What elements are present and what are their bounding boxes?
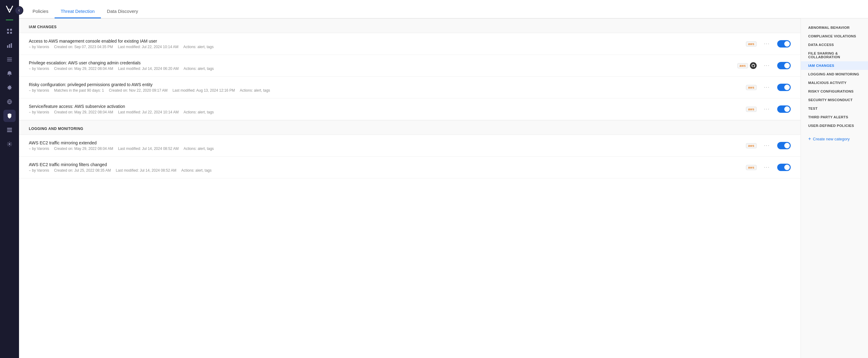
policy-actions: Actions: alert, tags (181, 168, 212, 172)
right-sidebar-item-risky-configurations[interactable]: RISKY CONFIGURATIONS (801, 87, 868, 96)
policy-created: Created on: Jul 25, 2022 08:35 AM (54, 168, 111, 172)
policy-more-button[interactable]: ··· (762, 105, 772, 113)
right-sidebar-item-iam-changes[interactable]: IAM CHANGES (801, 61, 868, 70)
policy-info: Privilege escalation: AWS user changing … (29, 60, 733, 71)
right-sidebar-item-abnormal-behavior[interactable]: ABNORMAL BEHAVIOR (801, 23, 868, 32)
policy-info: Service/feature access: AWS subservice a… (29, 104, 741, 114)
svg-rect-13 (7, 130, 12, 131)
sidebar-item-data[interactable] (3, 124, 16, 136)
policy-actions: Actions: alert, tags (240, 88, 270, 93)
aws-badge: aws (746, 143, 756, 148)
right-sidebar: ABNORMAL BEHAVIORCOMPLIANCE VIOLATIONSDA… (801, 19, 868, 358)
aws-badge: aws (746, 107, 756, 112)
svg-point-15 (8, 143, 10, 145)
policy-actions: Actions: alert, tags (183, 110, 214, 114)
policy-more-button[interactable]: ··· (762, 84, 772, 91)
policy-created: Created on: May 29, 2022 08:04 AM (54, 147, 113, 151)
policy-created: Created on: May 29, 2022 08:04 AM (54, 110, 113, 114)
policy-modified: Last modified: Jul 14, 2024 08:52 AM (116, 168, 176, 172)
right-sidebar-item-logging-monitoring[interactable]: LOGGING AND MONITORING (801, 70, 868, 78)
right-sidebar-item-security-misconduct[interactable]: SECURITY MISCONDUCT (801, 96, 868, 104)
policy-meta: ⌁ by VaronisCreated on: Sep 07, 2023 04:… (29, 45, 741, 49)
policy-info: Risky configuration: privileged permissi… (29, 82, 741, 93)
policy-author: ⌁ by Varonis (29, 88, 49, 93)
right-sidebar-item-data-access[interactable]: DATA ACCESS (801, 40, 868, 49)
sidebar-toggle[interactable] (15, 6, 23, 15)
create-category-button[interactable]: +Create new category (801, 132, 868, 145)
sidebar-item-network[interactable] (3, 96, 16, 108)
policy-item: AWS EC2 traffic mirroring filters change… (19, 157, 801, 178)
policy-toggle[interactable] (777, 84, 791, 91)
sidebar-item-dashboard[interactable] (3, 25, 16, 37)
svg-rect-2 (7, 32, 9, 34)
policy-created: Created on: May 29, 2022 08:04 AM (54, 66, 113, 71)
right-sidebar-item-file-sharing-collaboration[interactable]: FILE SHARING & COLLABORATION (801, 49, 868, 61)
right-sidebar-item-user-defined-policies[interactable]: USER-DEFINED POLICIES (801, 121, 868, 130)
policy-more-button[interactable]: ··· (762, 141, 772, 150)
policy-item: Privilege escalation: AWS user changing … (19, 55, 801, 77)
sidebar-item-integrations[interactable] (3, 138, 16, 150)
policy-author: ⌁ by Varonis (29, 66, 49, 71)
policy-info: Access to AWS management console enabled… (29, 39, 741, 49)
policy-actions: Actions: alert, tags (183, 147, 214, 151)
policy-toggle[interactable] (777, 142, 791, 149)
policy-more-button[interactable]: ··· (762, 40, 772, 48)
sidebar-item-shield[interactable] (3, 110, 16, 122)
policy-created: Created on: Sep 07, 2023 04:35 PM (54, 45, 113, 49)
right-sidebar-item-malicious-activity[interactable]: MALICIOUS ACTIVITY (801, 78, 868, 87)
policy-more-button[interactable]: ··· (762, 62, 772, 70)
policy-item: Risky configuration: privileged permissi… (19, 77, 801, 98)
policy-badges: aws (746, 41, 756, 46)
policy-author: ⌁ by Varonis (29, 45, 49, 49)
right-sidebar-item-third-party-alerts[interactable]: THIRD PARTY ALERTS (801, 113, 868, 121)
policy-meta: ⌁ by VaronisCreated on: May 29, 2022 08:… (29, 110, 741, 114)
svg-rect-0 (7, 29, 9, 31)
svg-rect-14 (7, 131, 12, 132)
policy-name: AWS EC2 traffic mirroring extended (29, 140, 741, 145)
policy-name: AWS EC2 traffic mirroring filters change… (29, 162, 741, 167)
policy-list: IAM CHANGESAccess to AWS management cons… (19, 19, 801, 358)
policy-more-button[interactable]: ··· (762, 163, 772, 171)
policy-info: AWS EC2 traffic mirroring extended⌁ by V… (29, 140, 741, 151)
sidebar-item-bell[interactable] (3, 67, 16, 80)
policy-item: AWS EC2 traffic mirroring extended⌁ by V… (19, 135, 801, 157)
aws-badge: aws (746, 165, 756, 170)
category-section-iam-changes: IAM CHANGESAccess to AWS management cons… (19, 19, 801, 120)
policy-item: Service/feature access: AWS subservice a… (19, 98, 801, 120)
sidebar-item-settings[interactable] (3, 82, 16, 94)
policy-name: Service/feature access: AWS subservice a… (29, 104, 741, 109)
sidebar-item-list[interactable] (3, 53, 16, 66)
policy-name: Privilege escalation: AWS user changing … (29, 60, 733, 65)
right-sidebar-item-compliance-violations[interactable]: COMPLIANCE VIOLATIONS (801, 32, 868, 40)
policy-toggle[interactable] (777, 40, 791, 47)
svg-rect-5 (9, 44, 10, 48)
tab-policies[interactable]: Policies (26, 5, 55, 19)
policy-toggle[interactable] (777, 105, 791, 113)
svg-rect-3 (10, 32, 12, 34)
policy-modified: Last modified: Jul 22, 2024 10:14 AM (118, 45, 178, 49)
sidebar-item-bar-chart[interactable] (3, 39, 16, 52)
svg-rect-1 (10, 29, 12, 31)
policy-author: ⌁ by Varonis (29, 147, 49, 151)
svg-rect-7 (7, 58, 12, 58)
app-logo (4, 4, 15, 15)
policy-badges: aws (737, 62, 756, 69)
svg-rect-12 (7, 128, 12, 129)
policy-toggle[interactable] (777, 62, 791, 69)
svg-rect-9 (7, 61, 12, 61)
category-header-iam-changes: IAM CHANGES (19, 19, 801, 33)
tab-data-discovery[interactable]: Data Discovery (101, 5, 145, 19)
sidebar-navigation (0, 25, 19, 150)
main-content: Policies Threat Detection Data Discovery… (19, 0, 868, 358)
right-sidebar-item-test[interactable]: TEST (801, 104, 868, 113)
policy-author: ⌁ by Varonis (29, 110, 49, 114)
policy-badges: aws (746, 165, 756, 170)
sidebar-divider (6, 20, 13, 20)
policy-modified: Last modified: Aug 13, 2024 12:16 PM (173, 88, 235, 93)
category-section-logging-and-monitoring: LOGGING AND MONITORINGAWS EC2 traffic mi… (19, 120, 801, 178)
tab-threat-detection[interactable]: Threat Detection (55, 5, 101, 19)
policy-meta: ⌁ by VaronisMatches in the past 90 days:… (29, 88, 741, 93)
aws-badge: aws (737, 63, 748, 68)
policy-toggle[interactable] (777, 164, 791, 171)
policy-name: Risky configuration: privileged permissi… (29, 82, 741, 87)
